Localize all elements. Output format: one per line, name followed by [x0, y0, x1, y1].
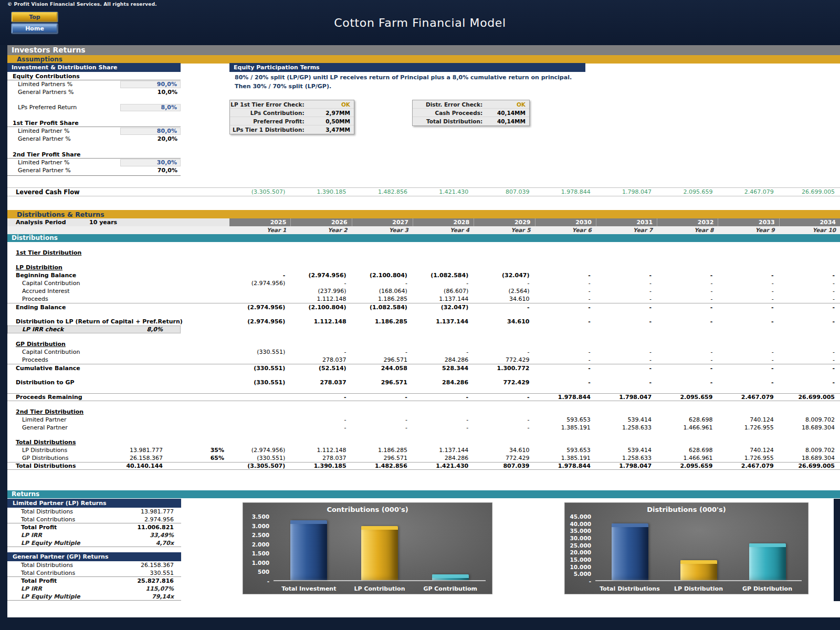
row-label: Proceeds Remaining [7, 394, 105, 401]
cell-value: - [596, 318, 657, 325]
cell-value: - [290, 280, 351, 287]
cell-value: - [657, 288, 718, 295]
cell-value: - [535, 304, 596, 311]
cell-value: - [535, 318, 596, 325]
distributions-table: 1st Tier DistributionLP DistribitionBegi… [7, 242, 840, 470]
y-axis-tick-label: 45.000 [570, 513, 591, 520]
year-sublabel-cell: Year 2 [290, 226, 351, 234]
error-check-label: Total Distribution: [413, 118, 482, 124]
chart-plot-area [595, 517, 802, 581]
cell-value: (2.974.956) [229, 304, 290, 311]
cell-value: 284.286 [413, 455, 474, 461]
cell-value: - [352, 349, 413, 355]
assumption-label: Limited Partners % [7, 81, 120, 88]
section-bar-distributions: Distributions [7, 234, 840, 242]
cell-value: - [779, 356, 840, 363]
section-bar-investors-returns: Investors Returns [7, 45, 840, 55]
y-axis-tick-label: 1.500 [252, 550, 269, 556]
y-axis-tick-label: 15.000 [570, 556, 591, 563]
chart-plot-area [274, 517, 486, 581]
row-label: General Partner [7, 424, 105, 431]
assumption-row: General Partner %20,0% [7, 135, 181, 143]
row-total-value: 13.981.777 [105, 447, 168, 454]
cell-value: - [657, 280, 718, 287]
assumption-label: Limited Partner % [7, 159, 120, 166]
cell-value: 1.112.148 [290, 296, 351, 302]
cell-value: 1.421.430 [413, 463, 474, 469]
error-check-label: Cash Proceeds: [413, 110, 482, 116]
cell-value: (2.564) [474, 288, 534, 295]
cell-value: - [413, 416, 474, 423]
assumption-row: Limited Partner %30,0% [7, 159, 181, 166]
cell-value: - [413, 280, 474, 287]
cell-value: 278.037 [290, 455, 351, 461]
cell-value: 1.137.144 [413, 447, 474, 454]
y-axis-tick-label: 2.000 [252, 541, 269, 548]
cell-value: - [779, 379, 840, 386]
table-row: Distribution to LP (Return of Capital + … [7, 318, 840, 326]
assumption-group-heading: 1st Tier Profit Share [7, 119, 181, 127]
y-axis-tick-label: 30.000 [570, 535, 591, 541]
cell-value: 539.414 [596, 447, 657, 454]
cell-value: 1.186.285 [352, 296, 413, 302]
assumption-row: Limited Partner %80,0% [7, 127, 181, 135]
year-header-cell: 2033 [718, 218, 779, 226]
y-axis-tick-label: - [267, 578, 269, 584]
row-label: Proceeds [7, 296, 105, 302]
y-axis-tick-label: 10.000 [570, 564, 591, 570]
spacer [7, 242, 840, 249]
assumption-input-cell[interactable]: 8,0% [120, 104, 181, 111]
year-header-row: 2025202620272028202920302031203220332034 [229, 218, 840, 226]
y-axis-tick-label: 3.000 [252, 523, 269, 529]
returns-row: LP IRR33,49% [7, 531, 181, 539]
cell-value: - [779, 304, 840, 311]
cell-value: - [535, 356, 596, 363]
cell-value: 296.571 [352, 379, 413, 386]
cell-value: - [718, 272, 779, 279]
row-label: Capital Contribution [7, 349, 105, 355]
cell-value: (86.607) [413, 288, 474, 295]
year-header-cell: 2025 [229, 218, 290, 226]
assumption-label: General Partner % [7, 135, 120, 142]
cell-value: - [352, 424, 413, 431]
chart-y-axis: 45.00040.00035.00030.00025.00020.00015.0… [565, 517, 593, 581]
cash-flow-value: (3.305.507) [229, 188, 290, 195]
cell-value: 34.610 [474, 318, 534, 325]
cell-value: (2.100.804) [290, 304, 351, 311]
cash-flow-value: 26.699.005 [779, 188, 840, 195]
cell-value: - [657, 356, 718, 363]
error-check-label: LPs Contribution: [230, 110, 304, 116]
table-row: LP IRR check8,0% [7, 326, 840, 333]
error-check-label: LPs Tier 1 Distribution: [230, 127, 304, 133]
cash-flow-value: 807.039 [474, 188, 534, 195]
cell-value: - [657, 365, 718, 372]
analysis-period-value[interactable]: 10 years [89, 219, 117, 226]
cell-value: 528.344 [413, 365, 474, 372]
row-label: Distribution to LP (Return of Capital + … [7, 318, 105, 325]
assumption-input-cell[interactable]: 90,0% [120, 81, 181, 88]
row-label: Total Distributions [7, 463, 105, 469]
row-label: Proceeds [7, 356, 105, 363]
cell-value: 740.124 [718, 447, 779, 454]
year-sublabel-cell: Year 7 [596, 226, 657, 234]
returns-label: Total Contributions [7, 516, 118, 523]
cell-value: 34.610 [474, 296, 534, 302]
error-check-value: 40,14MM [482, 110, 529, 116]
returns-label: Total Distributions [7, 508, 118, 515]
row-label: GP Distribution [7, 341, 105, 348]
cell-value: - [474, 349, 534, 355]
cell-value: - [657, 296, 718, 302]
cell-value: 807.039 [474, 463, 534, 469]
cell-value: 772.429 [474, 379, 534, 386]
assumption-group-heading: 2nd Tier Profit Share [7, 150, 181, 159]
cell-value: 18.689.304 [779, 455, 840, 461]
cell-value: 628.698 [657, 416, 718, 423]
cell-value: 18.689.304 [779, 424, 840, 431]
table-row: 2nd Tier Distribution [7, 408, 840, 416]
assumption-input-cell[interactable]: 30,0% [120, 159, 181, 166]
cell-value: 1.978.844 [535, 463, 596, 469]
cell-value: 1.385.191 [535, 424, 596, 431]
assumption-label: LPs Preferred Return [7, 104, 120, 111]
right-edge-strip [834, 499, 840, 601]
assumption-input-cell[interactable]: 80,0% [120, 128, 181, 135]
